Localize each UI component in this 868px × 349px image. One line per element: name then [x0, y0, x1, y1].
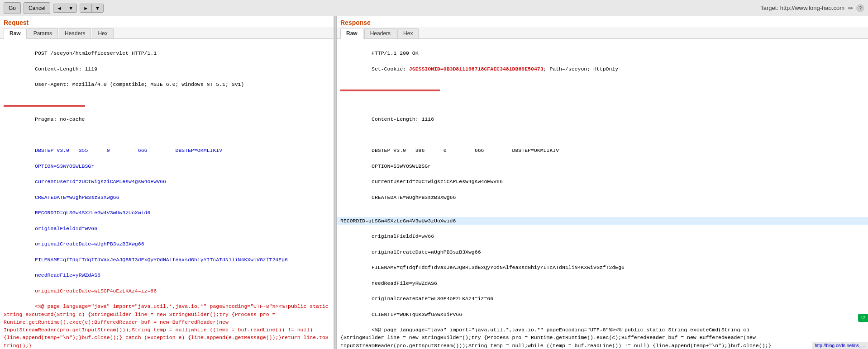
response-body: HTTP/1.1 200 OK Set-Cookie: JSESSIONID=0… — [337, 39, 868, 349]
edit-icon[interactable]: ✏ — [848, 5, 854, 12]
request-body: POST /seeyon/htmlofficeservlet HTTP/1.1 … — [0, 39, 334, 349]
request-tab-headers[interactable]: Headers — [59, 28, 91, 38]
resp-redline-1 — [340, 90, 440, 91]
request-tab-hex[interactable]: Hex — [92, 28, 113, 38]
resp-createdate: CREATEDATE=wUghPB3szB3Xwg66 — [372, 194, 456, 200]
resp-fieldid: originalFieldId=wV66 — [372, 233, 434, 239]
response-tab-hex[interactable]: Hex — [397, 28, 419, 38]
resp-recordid-row: RECORDID=qLSGw4SXzLeGw4V3wUw3zUoXwid6 — [337, 217, 868, 225]
resp-option: OPTION=S3WYOSWLBSGr — [372, 163, 431, 169]
response-panel-title: Response — [337, 16, 868, 27]
status-badge: 12 — [858, 314, 868, 322]
resp-origcreatedate2: originalCreateDate=wLSGP4oEzLKAz4=iz=66 — [372, 296, 493, 302]
target-area: Target: http://www.long-hao.com ✏ ? — [760, 4, 864, 12]
resp-clientip: CLIENTIP=wUKTqUK3wfuAwXuiPV66 — [372, 311, 462, 317]
resp-userid: currentUserId=zUCTwigsziCAPLesw4gsw4oEwV… — [372, 179, 503, 184]
resp-recordid: RECORDID=qLSGw4SXzLeGw4V3wUw3zUoXwid6 — [340, 218, 456, 224]
req-line-1: POST /seeyon/htmlofficeservlet HTTP/1.1 — [35, 50, 157, 56]
req-filename: FILENAME=qfTdqfTdqfTdVaxJeAJQBRI3dExQyYO… — [35, 257, 288, 263]
next-dropdown-button[interactable]: ▼ — [92, 4, 103, 12]
resp-status: HTTP/1.1 200 OK — [372, 50, 419, 56]
req-line-2: Content-Length: 1119 — [35, 66, 97, 72]
help-icon[interactable]: ? — [856, 4, 864, 12]
request-tab-raw[interactable]: Raw — [4, 28, 27, 39]
prev-button[interactable]: ◄ — [53, 4, 65, 12]
req-createdate: CREATEDATE=wUghPB3szB3Xwg66 — [35, 194, 119, 200]
prev-nav-group: ◄ ▼ — [53, 4, 77, 13]
req-dbstep: DBSTEP V3.0 355 0 666 DBSTEP=OKMLIKIV — [35, 147, 222, 153]
go-button[interactable]: Go — [4, 2, 21, 14]
resp-jsp-code: <%@ page language="java" import="java.ut… — [340, 327, 771, 349]
request-tab-bar: Raw Params Headers Hex — [0, 27, 334, 39]
next-button[interactable]: ► — [80, 4, 92, 12]
request-panel: Request Raw Params Headers Hex POST /see… — [0, 16, 334, 349]
request-content[interactable]: POST /seeyon/htmlofficeservlet HTTP/1.1 … — [0, 39, 334, 349]
resp-needreadfile: needReadFile=yRWZdAS6 — [372, 280, 437, 286]
footer-url: http://blog.csdn.net/ns_... — [812, 342, 868, 349]
next-nav-group: ► ▼ — [80, 4, 104, 13]
resp-filename: FILENAME=qfTdqfTdqfTdVaxJeAJQBRI3dExQyYO… — [372, 264, 625, 270]
req-option: OPTION=S3WYOSWLBSGr — [35, 163, 94, 169]
req-userid: currentUserId=zUCTwigsziCAPLesw4gsw4oEwV… — [35, 179, 166, 184]
resp-cookie: Set-Cookie: JSESSIONID=0B3D811198718CFAE… — [372, 66, 618, 72]
response-tab-bar: Raw Headers Hex — [337, 27, 868, 39]
req-origcreatedate1: originalCreateDate=wUghPB3szB3Xwg66 — [35, 241, 144, 247]
request-panel-title: Request — [0, 16, 334, 27]
req-redline-1 — [4, 105, 85, 107]
top-bar: Go Cancel ◄ ▼ ► ▼ Target: http://www.lon… — [0, 0, 868, 16]
resp-dbstep: DBSTEP V3.0 386 0 666 DBSTEP=OKMLIKIV — [372, 147, 559, 153]
req-origcreatedate2: originalCreateDate=wLSGP4oEzLKAz4=iz=66 — [35, 288, 157, 294]
cancel-button[interactable]: Cancel — [24, 2, 50, 14]
resp-contentlength: Content-Length: 1116 — [372, 116, 434, 122]
req-jsp-code: <%@ page language="java" import="java.ut… — [4, 303, 332, 348]
target-label: Target: http://www.long-hao.com — [760, 5, 844, 11]
request-scroll-wrapper: POST /seeyon/htmlofficeservlet HTTP/1.1 … — [0, 39, 334, 349]
response-scroll-wrapper: HTTP/1.1 200 OK Set-Cookie: JSESSIONID=0… — [337, 39, 868, 349]
request-tab-params[interactable]: Params — [28, 28, 58, 38]
response-tab-headers[interactable]: Headers — [364, 28, 396, 38]
response-panel: Response Raw Headers Hex HTTP/1.1 200 OK… — [337, 16, 868, 349]
response-content[interactable]: HTTP/1.1 200 OK Set-Cookie: JSESSIONID=0… — [337, 39, 868, 349]
req-line-3: User-Agent: Mozilla/4.0 (compatible; MSI… — [35, 81, 244, 87]
toolbar-left: Go Cancel ◄ ▼ ► ▼ — [4, 2, 104, 14]
prev-dropdown-button[interactable]: ▼ — [65, 4, 76, 12]
req-fieldid: originalFieldId=wV66 — [35, 226, 97, 231]
req-recordid: RECORDID=qLSGw4SXzLeGw4V3wUw3zUoXwid6 — [35, 210, 150, 216]
req-line-4: Pragma: no-cache — [35, 116, 85, 122]
response-tab-raw[interactable]: Raw — [340, 28, 363, 39]
resp-origcreatedate1: originalCreateDate=wUghPB3szB3Xwg66 — [372, 249, 481, 255]
main-content: Request Raw Params Headers Hex POST /see… — [0, 16, 868, 349]
req-needreadfile: needReadFile=yRWZdAS6 — [35, 272, 100, 278]
